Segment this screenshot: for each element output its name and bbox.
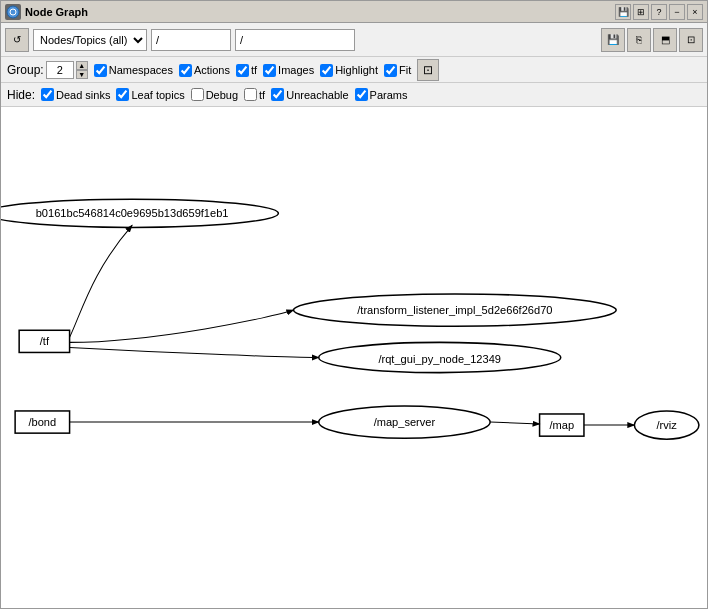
refresh-button[interactable]: ↺ [5, 28, 29, 52]
group-input[interactable] [46, 61, 74, 79]
view-mode-dropdown[interactable]: Nodes/Topics (all) [33, 29, 147, 51]
fit-option-label[interactable]: Fit [384, 64, 411, 77]
options-bar: Group: ▲ ▼ Namespaces Actions tf Images … [1, 57, 707, 83]
params-label[interactable]: Params [355, 88, 408, 101]
node-graph-window: Node Graph 💾 ⊞ ? − × ↺ Nodes/Topics (all… [0, 0, 708, 609]
filter2-input[interactable] [235, 29, 355, 51]
leaf-topics-checkbox[interactable] [116, 88, 129, 101]
images-label[interactable]: Images [263, 64, 314, 77]
window-icon [5, 4, 21, 20]
debug-label[interactable]: Debug [191, 88, 238, 101]
leaf-topics-label[interactable]: Leaf topics [116, 88, 184, 101]
copy-button[interactable]: ⎘ [627, 28, 651, 52]
actions-label[interactable]: Actions [179, 64, 230, 77]
namespaces-checkbox[interactable] [94, 64, 107, 77]
node-text-tf: /tf [40, 335, 50, 347]
group-spinner: ▲ ▼ [76, 61, 88, 79]
highlight-checkbox[interactable] [320, 64, 333, 77]
node-text-mapserver: /map_server [374, 416, 436, 428]
namespaces-label[interactable]: Namespaces [94, 64, 173, 77]
save-button[interactable]: 💾 [601, 28, 625, 52]
node-text-long: b0161bc546814c0e9695b13d659f1eb1 [36, 207, 229, 219]
graph-svg: b0161bc546814c0e9695b13d659f1eb1 /tf /tr… [1, 107, 707, 608]
hide-label: Hide: [7, 88, 35, 102]
unreachable-checkbox[interactable] [271, 88, 284, 101]
images-checkbox[interactable] [263, 64, 276, 77]
edge-tf-to-transform [70, 310, 294, 342]
main-toolbar: ↺ Nodes/Topics (all) 💾 ⎘ ⬒ ⊡ [1, 23, 707, 57]
node-text-transform: /transform_listener_impl_5d2e66f26d70 [357, 304, 552, 316]
edge-tf-to-long [70, 225, 133, 337]
node-text-map: /map [549, 419, 574, 431]
toolbar-right-buttons: 💾 ⎘ ⬒ ⊡ [601, 28, 703, 52]
refresh-icon-btn[interactable]: ⊞ [633, 4, 649, 20]
tf-option-checkbox[interactable] [236, 64, 249, 77]
dead-sinks-label[interactable]: Dead sinks [41, 88, 110, 101]
fit-checkbox[interactable] [384, 64, 397, 77]
fit-view-button[interactable]: ⊡ [417, 59, 439, 81]
tf-option-label[interactable]: tf [236, 64, 257, 77]
filter1-input[interactable] [151, 29, 231, 51]
actions-checkbox[interactable] [179, 64, 192, 77]
dead-sinks-checkbox[interactable] [41, 88, 54, 101]
graph-area[interactable]: b0161bc546814c0e9695b13d659f1eb1 /tf /tr… [1, 107, 707, 608]
group-up-btn[interactable]: ▲ [76, 61, 88, 70]
svg-point-0 [7, 6, 19, 18]
minimize-btn[interactable]: − [669, 4, 685, 20]
title-bar-buttons: 💾 ⊞ ? − × [615, 4, 703, 20]
node-text-rviz: /rviz [657, 419, 678, 431]
edge-tf-to-rqt [70, 347, 319, 357]
title-bar: Node Graph 💾 ⊞ ? − × [1, 1, 707, 23]
edge-mapserver-to-map [490, 422, 539, 424]
fit-button[interactable]: ⊡ [679, 28, 703, 52]
group-label: Group: [7, 63, 44, 77]
group-control: Group: ▲ ▼ [7, 61, 88, 79]
highlight-label[interactable]: Highlight [320, 64, 378, 77]
params-checkbox[interactable] [355, 88, 368, 101]
close-btn[interactable]: × [687, 4, 703, 20]
node-text-bond: /bond [28, 416, 56, 428]
hide-tf-label[interactable]: tf [244, 88, 265, 101]
hide-tf-checkbox[interactable] [244, 88, 257, 101]
unreachable-label[interactable]: Unreachable [271, 88, 348, 101]
paste-button[interactable]: ⬒ [653, 28, 677, 52]
group-down-btn[interactable]: ▼ [76, 70, 88, 79]
node-text-rqt: /rqt_gui_py_node_12349 [378, 353, 501, 365]
window-title: Node Graph [25, 6, 611, 18]
help-btn[interactable]: ? [651, 4, 667, 20]
hide-bar: Hide: Dead sinks Leaf topics Debug tf Un… [1, 83, 707, 107]
debug-checkbox[interactable] [191, 88, 204, 101]
save-icon-btn[interactable]: 💾 [615, 4, 631, 20]
